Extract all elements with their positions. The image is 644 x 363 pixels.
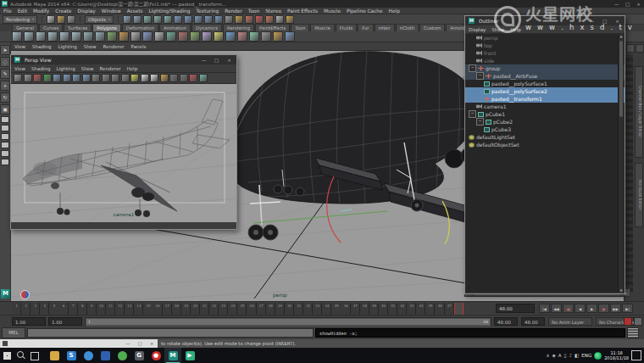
close-icon[interactable]: × xyxy=(224,58,235,63)
anim-end-field[interactable]: 48.00 xyxy=(494,317,518,326)
persp-menu-view[interactable]: View xyxy=(14,66,25,71)
render-settings-icon[interactable] xyxy=(275,15,284,24)
smooth-icon[interactable] xyxy=(214,31,224,42)
image-plane-icon[interactable] xyxy=(53,74,61,82)
shadows-icon[interactable] xyxy=(169,74,178,82)
outliner-item-pasted__AirbFuse[interactable]: −pasted__AirbFuse xyxy=(465,72,625,80)
notification-center-icon[interactable] xyxy=(631,350,641,360)
maximize-icon[interactable]: □ xyxy=(134,339,146,348)
scrollbar-thumb[interactable] xyxy=(619,41,623,117)
command-result[interactable]: showHidden -a; xyxy=(315,328,625,338)
outliner-window[interactable]: M Outliner — □ × DisplayShowHelp perspto… xyxy=(464,15,625,294)
grease-pencil-icon[interactable] xyxy=(72,74,80,82)
playback-button-1[interactable]: |◀ xyxy=(539,304,550,313)
frame-tick-24[interactable]: 24 xyxy=(230,304,235,308)
minimize-icon[interactable]: — xyxy=(586,19,597,24)
layout-preset-5[interactable] xyxy=(1,150,9,157)
separate-icon[interactable] xyxy=(190,31,200,42)
scroll-up-icon[interactable]: ▲ xyxy=(619,34,624,38)
outliner-item-front[interactable]: front xyxy=(465,49,625,57)
camera1-viewport[interactable]: camera1 xyxy=(11,84,236,222)
polygon-cone-icon[interactable] xyxy=(47,31,58,42)
script-editor-icon[interactable] xyxy=(627,327,639,338)
mirror-geometry-icon[interactable] xyxy=(225,31,236,42)
outliner-titlebar[interactable]: M Outliner — □ × xyxy=(465,16,625,25)
sidebar-toggle-icon[interactable] xyxy=(636,44,644,53)
menu-display[interactable]: Display xyxy=(77,8,95,14)
frame-tick-25[interactable]: 25 xyxy=(241,304,245,308)
camera-attributes-icon[interactable] xyxy=(33,74,42,82)
snap-curve-icon[interactable] xyxy=(184,15,192,24)
scroll-down-icon[interactable]: ▼ xyxy=(619,288,624,293)
current-time-field[interactable]: 48.00 xyxy=(496,304,535,313)
scale-tool-icon[interactable]: ▣ xyxy=(0,104,10,114)
lock-camera-icon[interactable] xyxy=(24,74,32,82)
new-scene-icon[interactable] xyxy=(47,15,55,24)
selection-mask-dropdown[interactable]: Objects ▾ xyxy=(85,15,114,24)
taskbar-app-geforce-experience[interactable]: G xyxy=(130,348,147,363)
outliner-item-pCube2[interactable]: −pCube2 xyxy=(465,118,625,126)
frame-tick-46[interactable]: 46 xyxy=(438,304,442,308)
tray-antivirus-icon[interactable]: A xyxy=(558,353,562,358)
undo-icon[interactable] xyxy=(123,15,131,24)
polygon-soccerball-icon[interactable] xyxy=(119,31,129,42)
polygon-pipe-icon[interactable] xyxy=(95,31,105,42)
outliner-item-pasted__polySurface1[interactable]: pasted__polySurface1 xyxy=(465,80,625,87)
ssao-icon[interactable] xyxy=(180,74,188,82)
menu-pipeline-cache[interactable]: Pipeline Cache xyxy=(347,8,383,14)
expand-collapse-icon[interactable]: − xyxy=(476,72,484,80)
layout-preset-6[interactable] xyxy=(1,159,9,165)
viewport-menu-show[interactable]: Show xyxy=(84,44,97,49)
frame-tick-14[interactable]: 14 xyxy=(136,304,141,308)
pan-zoom-icon[interactable] xyxy=(63,74,71,82)
shelf-tab-curves[interactable]: Curves xyxy=(39,24,63,31)
smooth-shade-icon[interactable] xyxy=(141,74,149,82)
outliner-item-defaultLightSet[interactable]: defaultLightSet xyxy=(465,133,625,141)
bridge-icon[interactable] xyxy=(166,31,176,42)
shelf-tab-dynamics[interactable]: Dynamics xyxy=(192,24,222,31)
frame-tick-35[interactable]: 35 xyxy=(335,304,339,308)
frame-tick-41[interactable]: 41 xyxy=(391,304,395,308)
frame-tick-1[interactable]: 1 xyxy=(15,304,18,308)
shelf-tab-nhair[interactable]: nHair xyxy=(375,24,395,31)
outliner-menu-display[interactable]: Display xyxy=(469,27,486,32)
shelf-tab-general[interactable]: General xyxy=(12,24,38,31)
menu-muscle[interactable]: Muscle xyxy=(324,8,341,14)
frame-tick-20[interactable]: 20 xyxy=(193,304,197,308)
frame-tick-42[interactable]: 42 xyxy=(400,304,404,308)
time-slider[interactable]: 1234567891011121314151617181920212223242… xyxy=(0,301,644,316)
mel-toggle-button[interactable]: MEL xyxy=(2,327,25,338)
maximize-icon[interactable]: □ xyxy=(622,2,633,7)
playback-start-field[interactable]: 1.00 xyxy=(12,317,46,326)
open-scene-icon[interactable] xyxy=(57,15,65,24)
frame-tick-29[interactable]: 29 xyxy=(278,304,282,308)
playback-button-8[interactable]: ▶| xyxy=(622,304,633,313)
frame-tick-36[interactable]: 36 xyxy=(344,304,348,308)
shelf-tab-ncloth[interactable]: nCloth xyxy=(396,24,419,31)
menu-toon[interactable]: Toon xyxy=(248,8,259,14)
snap-point-icon[interactable] xyxy=(194,15,203,24)
bookmarks-icon[interactable] xyxy=(43,74,52,82)
target-weld-icon[interactable] xyxy=(261,31,271,42)
minimize-icon[interactable]: — xyxy=(611,2,622,7)
frame-tick-44[interactable]: 44 xyxy=(419,304,423,308)
outliner-item-persp[interactable]: persp xyxy=(465,34,625,42)
maximize-icon[interactable]: □ xyxy=(599,19,610,24)
safe-action-icon[interactable] xyxy=(121,74,130,82)
frame-tick-2[interactable]: 2 xyxy=(25,304,27,308)
taskbar-clock[interactable]: 11:18 2018/11/18 xyxy=(604,350,629,361)
shelf-tab-toon[interactable]: Toon xyxy=(291,24,309,31)
frame-tick-28[interactable]: 28 xyxy=(269,304,273,308)
boolean-icon[interactable] xyxy=(202,31,212,42)
insert-edge-loop-icon[interactable] xyxy=(273,31,283,42)
render-current-frame-icon[interactable] xyxy=(255,15,264,24)
playback-button-5[interactable]: ▶ xyxy=(586,304,597,313)
tray-app-icon[interactable] xyxy=(594,352,602,360)
frame-tick-40[interactable]: 40 xyxy=(381,304,386,308)
menu-texturing[interactable]: Texturing xyxy=(196,8,219,14)
viewport-menu-shading[interactable]: Shading xyxy=(32,44,51,49)
polygon-helix-icon[interactable] xyxy=(107,31,117,42)
tray-security-icon[interactable]: ◈ xyxy=(552,353,556,358)
quad-draw-icon[interactable] xyxy=(285,31,295,42)
textured-icon[interactable] xyxy=(150,74,158,82)
